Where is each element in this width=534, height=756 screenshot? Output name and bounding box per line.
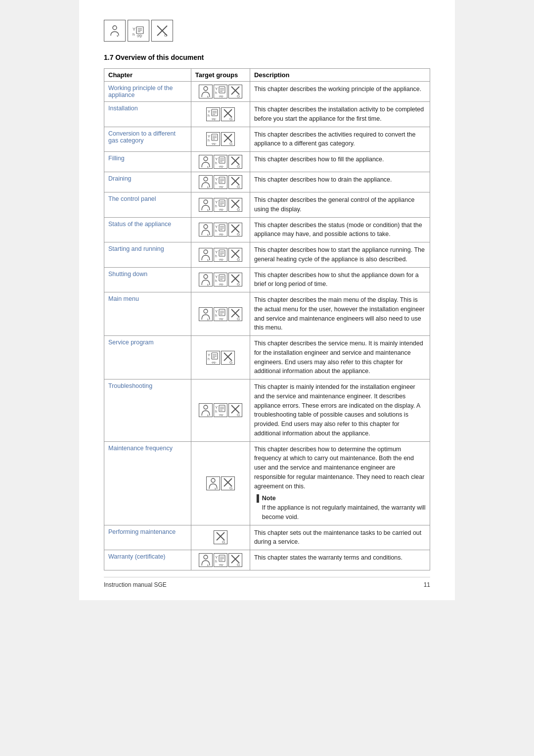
- table-row: Working principle of the appliance ₁ Y h…: [104, 82, 430, 102]
- svg-text:G: G: [237, 164, 240, 168]
- cross-icon: G: [228, 198, 242, 212]
- note-box: ▐ NoteIf the appliance is not regularly …: [254, 494, 426, 521]
- target-cell: ₁ Y h -pg- G: [191, 379, 250, 442]
- note-content: NoteIf the appliance is not regularly ma…: [262, 494, 426, 521]
- svg-text:₁: ₁: [207, 563, 209, 567]
- chapter-cell: Performing maintenance: [104, 525, 191, 550]
- svg-text:-pg-: -pg-: [219, 233, 224, 236]
- svg-text:h: h: [215, 229, 217, 233]
- svg-text:-pg-: -pg-: [211, 142, 217, 145]
- chapter-link[interactable]: Draining: [108, 175, 132, 182]
- description-text: This chapter states the warranty terms a…: [254, 554, 402, 561]
- chapter-link[interactable]: Status of the appliance: [108, 221, 171, 228]
- svg-point-0: [113, 26, 117, 30]
- tech-icon: Y h -pg-: [214, 85, 227, 98]
- tech-icon: Y h -pg-: [206, 107, 220, 121]
- chapter-link[interactable]: Starting and running: [108, 245, 164, 252]
- svg-text:h: h: [215, 182, 217, 185]
- person-icon: ₁: [199, 198, 213, 212]
- chapter-cell: Starting and running: [104, 242, 191, 268]
- chapter-cell: The control panel: [104, 192, 191, 218]
- chapter-link[interactable]: Filling: [108, 155, 125, 162]
- chapter-link[interactable]: Conversion to a different gas category: [108, 130, 176, 144]
- svg-rect-96: [219, 250, 225, 256]
- chapter-link[interactable]: Maintenance frequency: [108, 445, 173, 452]
- tech-icon: Y h -pg-: [214, 553, 227, 567]
- tech-icon: Y h -pg-: [214, 248, 227, 262]
- chapter-link[interactable]: Service program: [108, 339, 154, 346]
- description-cell: This chapter describes the service menu.…: [250, 336, 430, 379]
- person-icon: ₁: [199, 85, 213, 98]
- chapter-link[interactable]: Troubleshooting: [108, 382, 152, 389]
- svg-text:Y: Y: [208, 109, 211, 114]
- svg-text:Y: Y: [215, 250, 218, 254]
- cross-icon: G: [228, 273, 242, 286]
- target-cell: ₁ Y h -pg- G: [191, 82, 250, 102]
- description-text: This chapter describes how to start the …: [254, 246, 425, 263]
- col-header-target: Target groups: [191, 69, 250, 82]
- table-row: Draining ₁ Y h -pg- G This chapter descr…: [104, 172, 430, 192]
- footer-left: Instruction manual SGE: [104, 581, 167, 588]
- page-footer: Instruction manual SGE 11: [104, 577, 430, 588]
- target-cell: ₁ Y h -pg- G: [191, 192, 250, 218]
- svg-rect-48: [219, 157, 225, 163]
- target-cell: ₁ Y h -pg- G: [191, 172, 250, 192]
- chapter-link[interactable]: The control panel: [108, 195, 156, 202]
- target-cell: Y h -pg- G: [191, 102, 250, 127]
- svg-text:Y: Y: [215, 177, 218, 182]
- person-icon: ₁: [199, 553, 213, 567]
- tech-icon: Y h -pg-: [206, 132, 220, 146]
- cross-icon: G: [228, 553, 242, 567]
- svg-text:Y: Y: [133, 27, 135, 32]
- table-row: Installation Y h -pg- G This chapter des…: [104, 102, 430, 127]
- chapter-link[interactable]: Installation: [108, 105, 138, 112]
- table-row: Shutting down ₁ Y h -pg- G This chapter …: [104, 267, 430, 292]
- target-cell: ₁ Y h -pg- G: [191, 217, 250, 242]
- tech-icon: Y h -pg-: [214, 155, 227, 169]
- target-cell: ₁ Y h -pg- G: [191, 550, 250, 570]
- svg-point-56: [204, 177, 208, 181]
- svg-text:-pg-: -pg-: [211, 117, 217, 120]
- svg-text:h: h: [215, 410, 217, 413]
- svg-point-80: [204, 225, 208, 229]
- description-text: This chapter describes the working princ…: [254, 86, 421, 93]
- cross-icon: G: [228, 223, 242, 236]
- svg-text:Y: Y: [215, 309, 218, 314]
- svg-point-150: [211, 478, 215, 482]
- svg-text:Y: Y: [215, 555, 218, 560]
- svg-text:Y: Y: [215, 157, 218, 161]
- chapter-link[interactable]: Shutting down: [108, 271, 147, 278]
- table-row: The control panel ₁ Y h -pg- G This chap…: [104, 192, 430, 218]
- col-header-description: Description: [250, 69, 430, 82]
- svg-text:₁: ₁: [207, 233, 209, 236]
- svg-text:G: G: [237, 317, 240, 321]
- chapter-link[interactable]: Warranty (certificate): [108, 553, 166, 560]
- target-cell: ₁ Y h -pg- G: [191, 242, 250, 268]
- svg-text:Y: Y: [208, 353, 211, 357]
- note-bullet: ▐: [254, 494, 259, 504]
- description-cell: This chapter describes the installation …: [250, 102, 430, 127]
- svg-text:G: G: [229, 360, 232, 364]
- svg-text:h: h: [208, 114, 210, 117]
- svg-rect-16: [219, 87, 225, 93]
- cross-icon: G: [221, 107, 235, 121]
- svg-text:G: G: [164, 33, 167, 38]
- footer-right: 11: [424, 581, 430, 588]
- section-heading: Overview of this document: [115, 53, 204, 61]
- chapter-link[interactable]: Performing maintenance: [108, 528, 176, 535]
- tech-icon: Y h -pg-: [214, 175, 227, 189]
- svg-rect-142: [219, 405, 225, 412]
- description-text: This chapter is mainly intended for the …: [254, 383, 420, 437]
- svg-text:₁: ₁: [207, 185, 209, 189]
- overview-table: Chapter Target groups Description Workin…: [104, 68, 430, 570]
- svg-text:-pg-: -pg-: [211, 361, 217, 364]
- svg-text:G: G: [237, 232, 240, 236]
- svg-text:G: G: [237, 94, 240, 98]
- person-icon: ₁: [199, 155, 213, 169]
- description-text: This chapter describes how to drain the …: [254, 176, 392, 183]
- chapter-link[interactable]: Main menu: [108, 295, 139, 302]
- svg-text:G: G: [229, 142, 232, 145]
- svg-rect-60: [219, 177, 225, 184]
- svg-text:h: h: [215, 279, 217, 283]
- chapter-link[interactable]: Working principle of the appliance: [108, 85, 173, 98]
